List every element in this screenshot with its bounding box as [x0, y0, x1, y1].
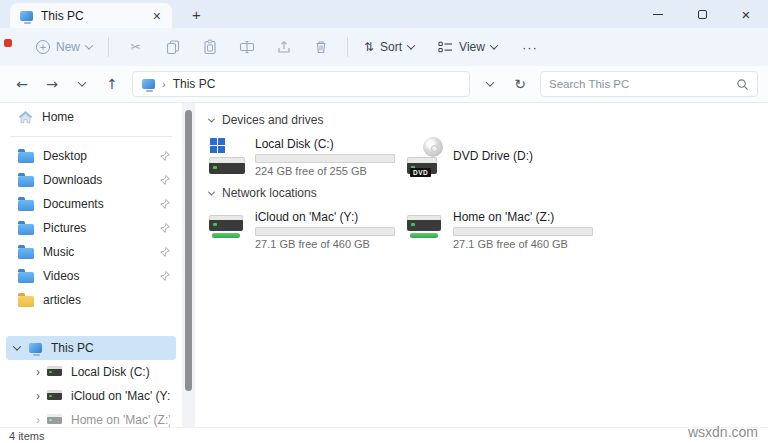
view-button[interactable]: View: [430, 34, 505, 60]
sidebar-item-articles[interactable]: articles: [6, 288, 176, 312]
drive-name: Local Disk (C:): [255, 137, 395, 151]
network-drive-icon: [47, 392, 62, 400]
collapse-icon[interactable]: [13, 342, 21, 350]
minimize-button[interactable]: [636, 0, 680, 28]
tab-this-pc[interactable]: This PC ×: [10, 3, 172, 28]
search-box: [540, 71, 758, 97]
sidebar-item-label: Home: [42, 110, 170, 124]
drive-tile-dvd-d[interactable]: DVD DVD Drive (D:): [407, 137, 605, 177]
drive-tile-home-mac-z[interactable]: Home on 'Mac' (Z:) 27.1 GB free of 460 G…: [407, 210, 605, 250]
folder-icon: [18, 296, 34, 307]
sidebar-item-home[interactable]: Home: [6, 105, 176, 129]
pin-icon: [160, 199, 170, 209]
folder-icon: [18, 200, 34, 211]
hard-drive-icon: [47, 368, 62, 376]
recent-locations-button[interactable]: [68, 71, 96, 97]
share-button[interactable]: [265, 33, 302, 61]
view-label: View: [459, 40, 485, 54]
back-button[interactable]: ←: [8, 71, 36, 97]
chevron-down-icon: [407, 41, 415, 49]
expand-icon[interactable]: ›: [36, 365, 40, 379]
section-header-network[interactable]: Network locations: [209, 186, 768, 200]
view-icon: [438, 40, 453, 54]
breadcrumb-item-this-pc[interactable]: This PC: [173, 77, 216, 91]
new-tab-button[interactable]: +: [186, 5, 207, 24]
items-view: Devices and drives Local Disk (C:) 224 G…: [195, 103, 768, 427]
red-artifact: [4, 39, 12, 47]
folder-icon: [18, 176, 34, 187]
sort-button[interactable]: ⇅ Sort: [356, 34, 422, 60]
sidebar-item-icloud-mac-y[interactable]: › iCloud on 'Mac' (Y:): [6, 384, 176, 408]
more-options-button[interactable]: ···: [515, 34, 545, 61]
sidebar-item-documents[interactable]: Documents: [6, 192, 176, 216]
network-drive-icon: [209, 210, 247, 250]
delete-icon: [313, 39, 329, 55]
sidebar-item-videos[interactable]: Videos: [6, 264, 176, 288]
paste-button[interactable]: [191, 33, 228, 61]
sidebar-divider: [10, 136, 172, 137]
maximize-icon: [698, 10, 707, 19]
scrollbar-thumb[interactable]: [185, 110, 192, 391]
search-icon: [736, 78, 749, 91]
close-button[interactable]: ×: [724, 0, 768, 28]
drive-tile-icloud-mac-y[interactable]: iCloud on 'Mac' (Y:) 27.1 GB free of 460…: [209, 210, 407, 250]
section-title: Devices and drives: [222, 113, 323, 127]
section-header-devices[interactable]: Devices and drives: [209, 113, 768, 127]
sidebar-item-home-mac-z[interactable]: › Home on 'Mac' (Z:): [6, 408, 176, 427]
new-button[interactable]: + New: [28, 34, 100, 60]
drive-tile-local-disk-c[interactable]: Local Disk (C:) 224 GB free of 255 GB: [209, 137, 407, 177]
sidebar-item-label: articles: [43, 293, 170, 307]
chevron-down-icon: [490, 41, 498, 49]
cut-button[interactable]: ✂: [117, 34, 154, 60]
delete-button[interactable]: [302, 33, 339, 61]
rename-button[interactable]: [228, 33, 265, 61]
minimize-icon: [653, 14, 663, 15]
refresh-button[interactable]: ↻: [506, 71, 534, 97]
sidebar-item-label: Music: [43, 245, 151, 259]
address-dropdown-button[interactable]: [476, 71, 504, 97]
sidebar-item-desktop[interactable]: Desktop: [6, 144, 176, 168]
tab-close-icon[interactable]: ×: [150, 9, 164, 23]
this-pc-icon: [29, 343, 42, 353]
titlebar: This PC × + ×: [0, 0, 768, 28]
sidebar-item-this-pc[interactable]: This PC: [6, 336, 176, 360]
this-pc-icon: [142, 79, 155, 89]
sidebar-item-pictures[interactable]: Pictures: [6, 216, 176, 240]
chevron-down-icon: [208, 188, 215, 195]
capacity-text: 224 GB free of 255 GB: [255, 165, 395, 177]
chevron-down-icon: [78, 78, 86, 86]
up-button[interactable]: ↑: [98, 71, 126, 97]
toolbar-separator: [347, 37, 348, 57]
drive-name: DVD Drive (D:): [453, 149, 533, 163]
sidebar-item-music[interactable]: Music: [6, 240, 176, 264]
address-bar: ← → ↑ › This PC ↻: [0, 66, 768, 103]
network-drive-icon: [47, 416, 62, 424]
command-toolbar: + New ✂ ⇅ Sort View: [0, 28, 768, 66]
expand-icon[interactable]: ›: [36, 389, 40, 403]
new-label: New: [56, 40, 80, 54]
back-icon: ←: [16, 76, 28, 92]
capacity-bar: [255, 227, 395, 236]
search-input[interactable]: [549, 78, 736, 90]
sidebar-item-downloads[interactable]: Downloads: [6, 168, 176, 192]
maximize-button[interactable]: [680, 0, 724, 28]
disc-icon: [423, 137, 443, 157]
sidebar-scrollbar[interactable]: [182, 103, 195, 427]
breadcrumb[interactable]: › This PC: [132, 71, 470, 97]
cut-icon: ✂: [130, 40, 140, 54]
navigation-pane: Home Desktop Downloads Documents Picture…: [0, 103, 182, 427]
expand-icon[interactable]: ›: [36, 413, 40, 427]
section-title: Network locations: [222, 186, 317, 200]
copy-button[interactable]: [154, 33, 191, 61]
sidebar-item-label: Local Disk (C:): [71, 365, 170, 379]
devices-grid: Local Disk (C:) 224 GB free of 255 GB DV…: [209, 137, 768, 177]
capacity-bar: [255, 154, 395, 163]
forward-button[interactable]: →: [38, 71, 66, 97]
sidebar-item-local-disk-c[interactable]: › Local Disk (C:): [6, 360, 176, 384]
status-bar: 4 items: [0, 427, 768, 443]
sort-icon: ⇅: [364, 40, 374, 54]
pin-icon: [160, 151, 170, 161]
tab-title: This PC: [41, 9, 142, 23]
capacity-text: 27.1 GB free of 460 GB: [453, 238, 593, 250]
pin-icon: [160, 271, 170, 281]
